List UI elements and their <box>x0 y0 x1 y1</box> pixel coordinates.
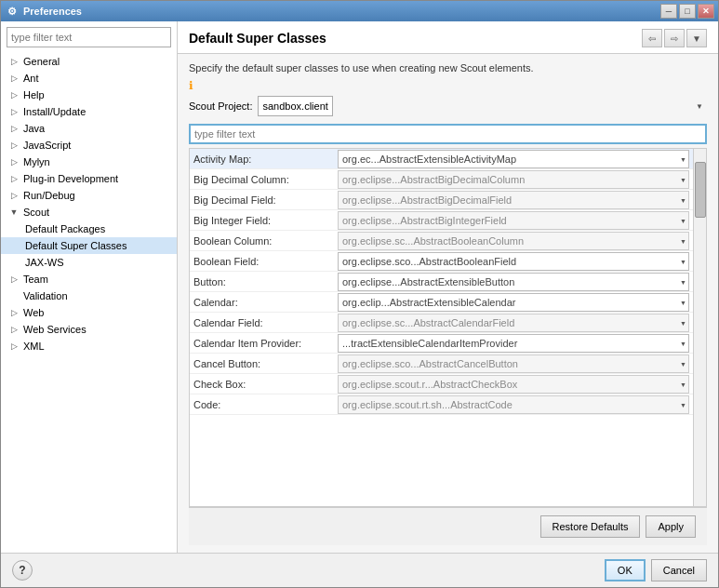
sidebar-item-validation[interactable]: Validation <box>1 287 177 304</box>
class-value-wrapper: org.eclip...AbstractExtensibleCalendar <box>338 293 689 312</box>
info-icon: ℹ <box>189 79 707 92</box>
expander-icon: ▷ <box>8 274 20 285</box>
sidebar-item-run-debug[interactable]: ▷ Run/Debug <box>1 187 177 204</box>
sidebar-filter-input[interactable] <box>7 27 171 47</box>
class-label: Boolean Field: <box>193 256 338 267</box>
sidebar-item-general[interactable]: ▷ General <box>1 53 177 70</box>
sidebar-item-web[interactable]: ▷ Web <box>1 304 177 321</box>
nav-dropdown-button[interactable]: ▼ <box>686 29 707 47</box>
panel-body: Specify the default super classes to use… <box>178 54 718 553</box>
sidebar-item-mylyn[interactable]: ▷ Mylyn <box>1 154 177 170</box>
class-label: Big Integer Field: <box>193 215 338 226</box>
panel-description: Specify the default super classes to use… <box>189 61 707 75</box>
cancel-button-select[interactable]: org.eclipse.sco...AbstractCancelButton <box>338 354 689 373</box>
class-label: Cancel Button: <box>193 358 338 369</box>
class-filter-row <box>189 124 707 144</box>
scroll-thumb[interactable] <box>695 162 706 218</box>
expander-icon: ▷ <box>8 173 20 184</box>
big-decimal-field-select[interactable]: org.eclipse...AbstractBigDecimalField <box>338 191 689 209</box>
sidebar-item-ant[interactable]: ▷ Ant <box>1 70 177 87</box>
calendar-field-select[interactable]: org.eclipse.sc...AbstractCalendarField <box>338 314 689 332</box>
scout-project-select[interactable]: sandbox.client <box>258 96 333 116</box>
expander-icon: ▷ <box>8 156 20 167</box>
sidebar-item-scout[interactable]: ▼ Scout <box>1 204 177 220</box>
class-value-wrapper: org.eclipse.sco...AbstractBooleanField <box>338 252 689 271</box>
expander-icon: ▷ <box>8 307 20 318</box>
classes-scroll: Activity Map: org.ec...AbstractExtensibl… <box>190 149 693 506</box>
class-label: Calendar Field: <box>193 317 338 328</box>
sidebar-item-default-super-classes[interactable]: Default Super Classes <box>1 237 177 254</box>
activity-map-select[interactable]: org.ec...AbstractExtensibleActivityMap <box>338 150 689 168</box>
calendar-select[interactable]: org.eclip...AbstractExtensibleCalendar <box>338 293 689 312</box>
boolean-field-select[interactable]: org.eclipse.sco...AbstractBooleanField <box>338 252 689 271</box>
main-content: ▷ General ▷ Ant ▷ Help ▷ Install/Update … <box>1 21 718 553</box>
sidebar-item-team[interactable]: ▷ Team <box>1 271 177 287</box>
maximize-button[interactable]: □ <box>679 4 696 19</box>
check-box-select[interactable]: org.eclipse.scout.r...AbstractCheckBox <box>338 375 689 394</box>
dialog-footer: ? OK Cancel <box>1 553 718 587</box>
sidebar-item-install-update[interactable]: ▷ Install/Update <box>1 103 177 120</box>
sidebar: ▷ General ▷ Ant ▷ Help ▷ Install/Update … <box>1 21 178 553</box>
scout-project-row: Scout Project: sandbox.client <box>189 96 707 116</box>
expander-icon: ▷ <box>8 324 20 335</box>
expander-icon: ▷ <box>8 140 20 151</box>
panel-nav: ⇦ ⇨ ▼ <box>642 29 707 47</box>
class-filter-input[interactable] <box>189 124 707 144</box>
apply-button[interactable]: Apply <box>646 515 696 538</box>
nav-prev-button[interactable]: ⇦ <box>642 29 662 47</box>
nav-forward-button[interactable]: ⇨ <box>664 29 685 47</box>
table-row: Big Decimal Column: org.eclipse...Abstra… <box>190 169 693 190</box>
class-label: Button: <box>193 276 338 287</box>
expander-icon: ▷ <box>8 123 20 134</box>
button-select[interactable]: org.eclipse...AbstractExtensibleButton <box>338 273 689 291</box>
sidebar-item-jax-ws[interactable]: JAX-WS <box>1 254 177 271</box>
window-controls: ─ □ ✕ <box>660 4 714 19</box>
table-row: Check Box: org.eclipse.scout.r...Abstrac… <box>190 374 693 394</box>
sidebar-item-default-packages[interactable]: Default Packages <box>1 220 177 237</box>
ok-button[interactable]: OK <box>605 559 646 581</box>
table-row: Cancel Button: org.eclipse.sco...Abstrac… <box>190 354 693 374</box>
minimize-button[interactable]: ─ <box>660 4 677 19</box>
panel-title: Default Super Classes <box>189 31 326 46</box>
restore-defaults-button[interactable]: Restore Defaults <box>540 515 641 538</box>
big-decimal-column-select[interactable]: org.eclipse...AbstractBigDecimalColumn <box>338 170 689 189</box>
class-label: Check Box: <box>193 379 338 390</box>
classes-table: Activity Map: org.ec...AbstractExtensibl… <box>189 148 707 507</box>
right-panel: Default Super Classes ⇦ ⇨ ▼ Specify the … <box>178 21 718 553</box>
big-integer-field-select[interactable]: org.eclipse...AbstractBigIntegerField <box>338 211 689 230</box>
code-select[interactable]: org.eclipse.scout.rt.sh...AbstractCode <box>338 395 689 414</box>
sidebar-item-plugin-development[interactable]: ▷ Plug-in Development <box>1 170 177 187</box>
table-row: Activity Map: org.ec...AbstractExtensibl… <box>190 149 693 169</box>
boolean-column-select[interactable]: org.eclipse.sc...AbstractBooleanColumn <box>338 232 689 250</box>
sidebar-item-javascript[interactable]: ▷ JavaScript <box>1 137 177 154</box>
table-row: Big Decimal Field: org.eclipse...Abstrac… <box>190 190 693 210</box>
tree-view: ▷ General ▷ Ant ▷ Help ▷ Install/Update … <box>1 51 177 553</box>
class-label: Boolean Column: <box>193 235 338 247</box>
class-value-wrapper: org.eclipse...AbstractExtensibleButton <box>338 273 689 291</box>
class-value-wrapper: org.ec...AbstractExtensibleActivityMap <box>338 150 689 168</box>
close-button[interactable]: ✕ <box>698 4 714 19</box>
calendar-item-provider-select[interactable]: ...tractExtensibleCalendarItemProvider <box>338 334 689 353</box>
expander-icon: ▷ <box>8 190 20 201</box>
scout-project-select-wrapper: sandbox.client <box>258 96 707 116</box>
class-value-wrapper: org.eclipse.sc...AbstractBooleanColumn <box>338 232 689 250</box>
sidebar-item-web-services[interactable]: ▷ Web Services <box>1 321 177 338</box>
expander-icon: ▷ <box>8 89 20 100</box>
help-button[interactable]: ? <box>12 560 33 581</box>
table-row: Boolean Column: org.eclipse.sc...Abstrac… <box>190 231 693 251</box>
bottom-bar: Restore Defaults Apply <box>189 507 707 545</box>
sidebar-item-xml[interactable]: ▷ XML <box>1 338 177 354</box>
table-scroll-container: Activity Map: org.ec...AbstractExtensibl… <box>190 149 706 506</box>
scrollbar[interactable] <box>693 149 706 506</box>
class-label: Code: <box>193 399 338 410</box>
class-value-wrapper: org.eclipse.sco...AbstractCancelButton <box>338 354 689 373</box>
table-row: Calendar Item Provider: ...tractExtensib… <box>190 333 693 354</box>
cancel-button[interactable]: Cancel <box>651 559 707 581</box>
class-value-wrapper: org.eclipse.scout.r...AbstractCheckBox <box>338 375 689 394</box>
preferences-dialog: ⚙ Preferences ─ □ ✕ ▷ General ▷ Ant <box>0 0 719 588</box>
table-row: Button: org.eclipse...AbstractExtensible… <box>190 272 693 292</box>
sidebar-item-help[interactable]: ▷ Help <box>1 87 177 103</box>
class-label: Big Decimal Column: <box>193 174 338 185</box>
sidebar-item-java[interactable]: ▷ Java <box>1 120 177 137</box>
class-label: Big Decimal Field: <box>193 194 338 206</box>
